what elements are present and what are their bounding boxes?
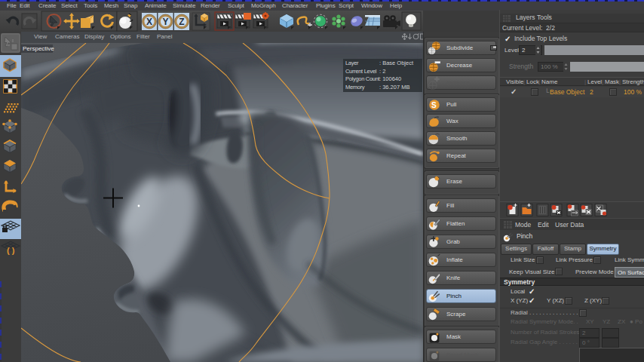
svg-text:S: S	[431, 101, 437, 109]
svg-text:Z: Z	[179, 17, 184, 27]
svg-text:X: X	[146, 17, 152, 27]
svg-text:( ): ( )	[7, 246, 15, 255]
svg-text:Y: Y	[162, 17, 168, 27]
